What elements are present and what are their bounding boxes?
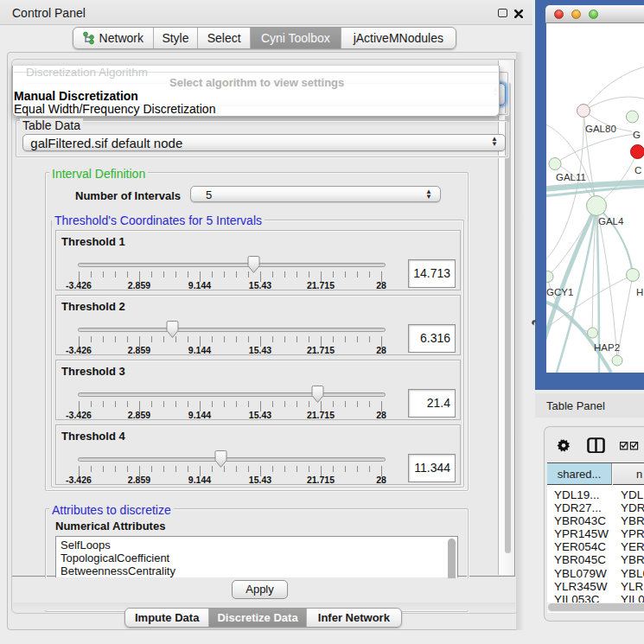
- svg-text:GCY1: GCY1: [546, 287, 573, 297]
- svg-text:GAL4: GAL4: [598, 216, 624, 226]
- svg-text:H: H: [636, 287, 643, 297]
- svg-text:C: C: [634, 165, 641, 175]
- svg-text:GAL11: GAL11: [556, 172, 586, 182]
- svg-text:GAL80: GAL80: [585, 124, 616, 134]
- svg-text:G: G: [633, 130, 641, 140]
- svg-text:HAP2: HAP2: [594, 342, 620, 353]
